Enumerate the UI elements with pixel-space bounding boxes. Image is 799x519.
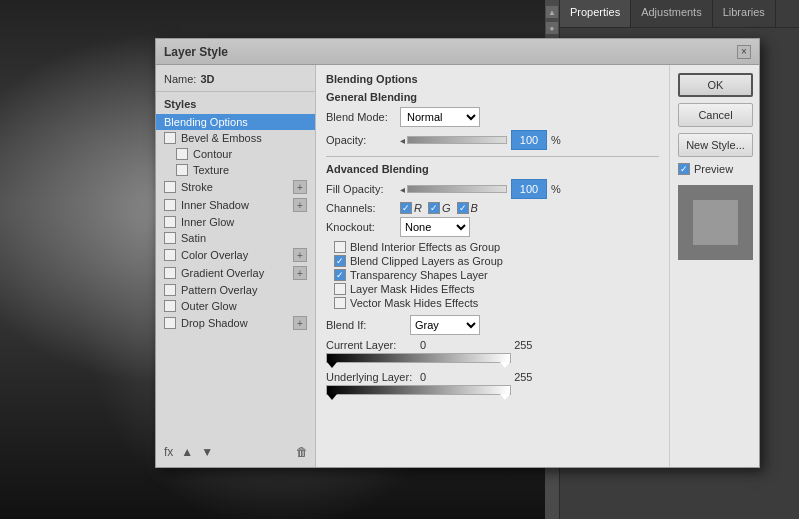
dialog-close-button[interactable]: × xyxy=(737,45,751,59)
preview-thumbnail-inner xyxy=(693,200,738,245)
gradient-overlay-label: Gradient Overlay xyxy=(181,267,264,279)
blend-interior-row: Blend Interior Effects as Group xyxy=(334,241,659,253)
pattern-overlay-checkbox[interactable] xyxy=(164,284,176,296)
sidebar-item-stroke[interactable]: Stroke + xyxy=(156,178,315,196)
dialog-buttons: OK Cancel New Style... Preview xyxy=(669,65,759,467)
blend-clipped-checkbox[interactable] xyxy=(334,255,346,267)
current-layer-gradient-slider[interactable] xyxy=(326,353,511,363)
current-layer-label: Current Layer: xyxy=(326,339,416,351)
sidebar-item-gradient-overlay[interactable]: Gradient Overlay + xyxy=(156,264,315,282)
bevel-emboss-checkbox[interactable] xyxy=(164,132,176,144)
blend-mode-row: Blend Mode: Normal xyxy=(326,107,659,127)
gradient-overlay-plus-btn[interactable]: + xyxy=(293,266,307,280)
underlying-layer-black-handle[interactable] xyxy=(327,394,337,400)
scroll-up-btn[interactable]: ▲ xyxy=(546,6,558,18)
opacity-input[interactable] xyxy=(511,130,547,150)
sidebar-item-color-overlay[interactable]: Color Overlay + xyxy=(156,246,315,264)
underlying-layer-min: 0 xyxy=(420,371,426,383)
knockout-select[interactable]: None xyxy=(400,217,470,237)
channel-r: R xyxy=(400,202,422,214)
blend-interior-checkbox[interactable] xyxy=(334,241,346,253)
blend-mode-select[interactable]: Normal xyxy=(400,107,480,127)
fill-opacity-unit: % xyxy=(551,183,561,195)
fill-opacity-track[interactable] xyxy=(407,185,507,193)
blend-if-section: Blend If: Gray Current Layer: 0 255 xyxy=(326,315,659,395)
drop-shadow-checkbox[interactable] xyxy=(164,317,176,329)
outer-glow-checkbox[interactable] xyxy=(164,300,176,312)
name-value: 3D xyxy=(200,73,214,85)
blend-if-select[interactable]: Gray xyxy=(410,315,480,335)
cancel-button[interactable]: Cancel xyxy=(678,103,753,127)
opacity-slider-track[interactable] xyxy=(407,136,507,144)
blend-interior-label: Blend Interior Effects as Group xyxy=(350,241,500,253)
channel-b: B xyxy=(457,202,478,214)
satin-checkbox[interactable] xyxy=(164,232,176,244)
inner-shadow-checkbox[interactable] xyxy=(164,199,176,211)
texture-checkbox[interactable] xyxy=(176,164,188,176)
scroll-mid-btn[interactable]: ● xyxy=(546,22,558,34)
styles-label: Styles xyxy=(156,96,315,114)
dialog-title: Layer Style xyxy=(164,45,228,59)
sidebar-item-bevel-emboss[interactable]: Bevel & Emboss xyxy=(156,130,315,146)
underlying-layer-label: Underlying Layer: xyxy=(326,371,416,383)
channels-group: R G B xyxy=(400,202,478,214)
opacity-slider-arrow: ◂ xyxy=(400,135,405,146)
current-layer-white-handle[interactable] xyxy=(500,362,510,368)
stroke-plus-btn[interactable]: + xyxy=(293,180,307,194)
sidebar-item-blending-options[interactable]: Blending Options xyxy=(156,114,315,130)
channel-r-checkbox[interactable] xyxy=(400,202,412,214)
blending-options-title: Blending Options xyxy=(326,73,659,85)
current-layer-black-handle[interactable] xyxy=(327,362,337,368)
sidebar-footer: fx ▲ ▼ 🗑 xyxy=(156,441,316,463)
tab-adjustments[interactable]: Adjustments xyxy=(631,0,713,27)
blending-options-label: Blending Options xyxy=(164,116,248,128)
sidebar-item-contour[interactable]: Contour xyxy=(156,146,315,162)
underlying-layer-gradient-slider[interactable] xyxy=(326,385,511,395)
transparency-shapes-checkbox[interactable] xyxy=(334,269,346,281)
name-row: Name: 3D xyxy=(156,69,315,92)
ok-button[interactable]: OK xyxy=(678,73,753,97)
stroke-checkbox[interactable] xyxy=(164,181,176,193)
layer-mask-checkbox[interactable] xyxy=(334,283,346,295)
move-down-button[interactable]: ▼ xyxy=(201,445,213,459)
new-style-button[interactable]: New Style... xyxy=(678,133,753,157)
sidebar-item-inner-glow[interactable]: Inner Glow xyxy=(156,214,315,230)
channel-b-checkbox[interactable] xyxy=(457,202,469,214)
divider-1 xyxy=(326,156,659,157)
move-up-button[interactable]: ▲ xyxy=(181,445,193,459)
tab-properties[interactable]: Properties xyxy=(560,0,631,27)
blend-if-label: Blend If: xyxy=(326,319,406,331)
channel-b-label: B xyxy=(471,202,478,214)
channel-g-checkbox[interactable] xyxy=(428,202,440,214)
preview-checkbox[interactable] xyxy=(678,163,690,175)
fx-button[interactable]: fx xyxy=(164,445,173,459)
vector-mask-checkbox[interactable] xyxy=(334,297,346,309)
fill-opacity-slider: ◂ xyxy=(400,184,507,195)
color-overlay-plus-btn[interactable]: + xyxy=(293,248,307,262)
contour-checkbox[interactable] xyxy=(176,148,188,160)
tab-libraries[interactable]: Libraries xyxy=(713,0,776,27)
sidebar-item-pattern-overlay[interactable]: Pattern Overlay xyxy=(156,282,315,298)
bevel-emboss-label: Bevel & Emboss xyxy=(181,132,262,144)
gradient-overlay-checkbox[interactable] xyxy=(164,267,176,279)
dialog-sidebar: Name: 3D Styles Blending Options Bevel &… xyxy=(156,65,316,467)
blend-clipped-label: Blend Clipped Layers as Group xyxy=(350,255,503,267)
channels-label: Channels: xyxy=(326,202,396,214)
delete-button[interactable]: 🗑 xyxy=(296,445,308,459)
layer-mask-label: Layer Mask Hides Effects xyxy=(350,283,475,295)
inner-glow-checkbox[interactable] xyxy=(164,216,176,228)
sidebar-item-texture[interactable]: Texture xyxy=(156,162,315,178)
drop-shadow-plus-btn[interactable]: + xyxy=(293,316,307,330)
fill-opacity-label: Fill Opacity: xyxy=(326,183,396,195)
underlying-layer-white-handle[interactable] xyxy=(500,394,510,400)
fill-opacity-value: 100 xyxy=(511,179,547,199)
opacity-label: Opacity: xyxy=(326,134,396,146)
color-overlay-checkbox[interactable] xyxy=(164,249,176,261)
sidebar-item-drop-shadow[interactable]: Drop Shadow + xyxy=(156,314,315,332)
preview-thumbnail xyxy=(678,185,753,260)
inner-shadow-plus-btn[interactable]: + xyxy=(293,198,307,212)
underlying-layer-slider-container xyxy=(326,385,659,395)
sidebar-item-satin[interactable]: Satin xyxy=(156,230,315,246)
sidebar-item-outer-glow[interactable]: Outer Glow xyxy=(156,298,315,314)
sidebar-item-inner-shadow[interactable]: Inner Shadow + xyxy=(156,196,315,214)
